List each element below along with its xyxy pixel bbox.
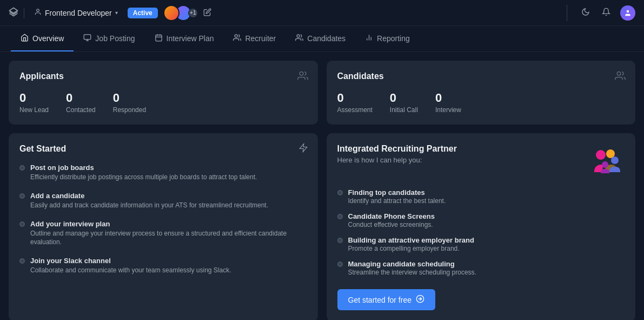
feature-1-title: Finding top candidates (348, 188, 446, 197)
feature-2-text: Candidate Phone Screens Conduct effectiv… (348, 212, 435, 228)
item-4-title: Join your Slack channel (30, 257, 231, 265)
cta-label: Get started for free (348, 296, 412, 304)
partner-card: Integrated Recruiting Partner Here is ho… (327, 133, 636, 320)
partner-subtitle: Here is how I can help you: (337, 156, 457, 164)
top-bar-left: Frontend Developer ▾ Active +1 (9, 5, 556, 21)
stat-contacted: 0 Contacted (66, 91, 96, 114)
reporting-icon (365, 34, 373, 43)
nav-tabs: Overview Job Posting Interview Plan (0, 26, 644, 52)
avatar-primary[interactable] (163, 5, 180, 21)
overview-icon (21, 34, 29, 43)
list-item: Add a candidate Easily add and track can… (19, 192, 307, 210)
tab-overview-label: Overview (32, 34, 64, 43)
feature-dot-1 (337, 190, 343, 195)
user-avatar[interactable] (620, 5, 635, 21)
new-lead-label: New Lead (19, 106, 49, 114)
chevron-down-icon: ▾ (115, 10, 118, 16)
stat-responded: 0 Responded (113, 91, 146, 114)
top-bar: Frontend Developer ▾ Active +1 (0, 0, 644, 26)
tab-reporting[interactable]: Reporting (355, 26, 420, 51)
checklist-dot-1 (19, 165, 25, 171)
initial-call-value: 0 (390, 91, 418, 105)
role-selector[interactable]: Frontend Developer ▾ (30, 6, 122, 19)
item-2-desc: Easily add and track candidate informati… (30, 201, 268, 210)
dark-mode-button[interactable] (579, 5, 592, 21)
tab-candidates-label: Candidates (307, 34, 346, 43)
item-3-desc: Outline and manage your interview proces… (30, 229, 307, 247)
item-4-desc: Collaborate and communicate with your te… (30, 266, 231, 275)
svg-rect-3 (84, 34, 91, 39)
checklist-dot-4 (19, 258, 25, 264)
feature-3-title: Building an attractive employer brand (348, 236, 474, 244)
feature-dot-4 (337, 262, 343, 267)
feature-3-text: Building an attractive employer brand Pr… (348, 236, 474, 252)
recruiter-icon (233, 34, 241, 43)
candidates-stats: 0 Assessment 0 Initial Call 0 Interview (337, 91, 625, 114)
main-content: Applicants 0 New Lead 0 Contacted 0 Resp… (0, 52, 644, 320)
checklist-item-2-text: Add a candidate Easily add and track can… (30, 192, 268, 210)
edit-icon[interactable] (203, 8, 211, 18)
notifications-button[interactable] (600, 5, 613, 21)
feature-4-text: Managing candidate scheduling Streamline… (348, 260, 476, 276)
cta-arrow-icon (416, 295, 424, 305)
svg-rect-6 (155, 35, 161, 41)
contacted-value: 0 (66, 91, 96, 105)
feature-dot-2 (337, 214, 343, 219)
avatar-count[interactable]: +1 (188, 8, 198, 18)
get-started-title: Get Started (19, 144, 307, 154)
candidates-card: Candidates 0 Assessment 0 Initial Call 0… (327, 61, 636, 125)
list-item: Candidate Phone Screens Conduct effectiv… (337, 212, 625, 228)
assessment-value: 0 (337, 91, 373, 105)
top-bar-right (562, 5, 635, 21)
responded-value: 0 (113, 91, 146, 105)
tab-interview-plan-label: Interview Plan (167, 34, 214, 43)
stat-assessment: 0 Assessment (337, 91, 373, 114)
new-lead-value: 0 (19, 91, 49, 105)
feature-4-title: Managing candidate scheduling (348, 260, 476, 268)
feature-2-desc: Conduct effective screenings. (348, 221, 435, 228)
tab-recruiter[interactable]: Recruiter (223, 26, 286, 51)
initial-call-label: Initial Call (390, 106, 418, 114)
applicants-stats: 0 New Lead 0 Contacted 0 Responded (19, 91, 307, 114)
svg-point-2 (627, 10, 629, 12)
contacted-label: Contacted (66, 106, 96, 114)
applicants-title: Applicants (19, 71, 307, 81)
tab-job-posting[interactable]: Job Posting (74, 26, 144, 51)
svg-point-15 (300, 72, 303, 76)
layers-icon[interactable] (9, 7, 18, 19)
tab-candidates[interactable]: Candidates (286, 26, 355, 51)
list-item: Managing candidate scheduling Streamline… (337, 260, 625, 276)
active-badge[interactable]: Active (128, 8, 158, 18)
feature-2-title: Candidate Phone Screens (348, 212, 435, 220)
checklist-item-3-text: Add your interview plan Outline and mana… (30, 220, 307, 247)
job-posting-icon (83, 34, 91, 43)
get-started-icon (298, 143, 308, 155)
get-started-button[interactable]: Get started for free (337, 289, 436, 310)
avatar-group: +1 (163, 5, 198, 21)
partner-header-text: Integrated Recruiting Partner Here is ho… (337, 144, 457, 164)
tab-reporting-label: Reporting (377, 34, 410, 43)
list-item: Finding top candidates Identify and attr… (337, 188, 625, 205)
stat-interview: 0 Interview (435, 91, 461, 114)
svg-point-11 (297, 34, 300, 37)
feature-1-desc: Identify and attract the best talent. (348, 197, 446, 205)
interview-value: 0 (435, 91, 461, 105)
tab-interview-plan[interactable]: Interview Plan (145, 26, 224, 51)
tab-recruiter-label: Recruiter (245, 34, 276, 43)
feature-3-desc: Promote a compelling employer brand. (348, 245, 474, 252)
svg-point-1 (37, 9, 39, 12)
checklist-dot-3 (19, 221, 25, 227)
partner-features: Finding top candidates Identify and attr… (337, 188, 625, 284)
feature-4-desc: Streamline the interview scheduling proc… (348, 269, 476, 276)
item-1-title: Post on job boards (30, 164, 257, 172)
tab-overview[interactable]: Overview (11, 26, 74, 51)
item-1-desc: Efficiently distribute job postings acro… (30, 173, 257, 182)
stat-new-lead: 0 New Lead (19, 91, 49, 114)
right-divider (567, 5, 567, 21)
candidates-title: Candidates (337, 71, 625, 81)
list-item: Building an attractive employer brand Pr… (337, 236, 625, 252)
top-divider (24, 8, 24, 18)
candidates-icon (295, 34, 303, 43)
list-item: Add your interview plan Outline and mana… (19, 220, 307, 247)
role-icon (34, 8, 42, 17)
